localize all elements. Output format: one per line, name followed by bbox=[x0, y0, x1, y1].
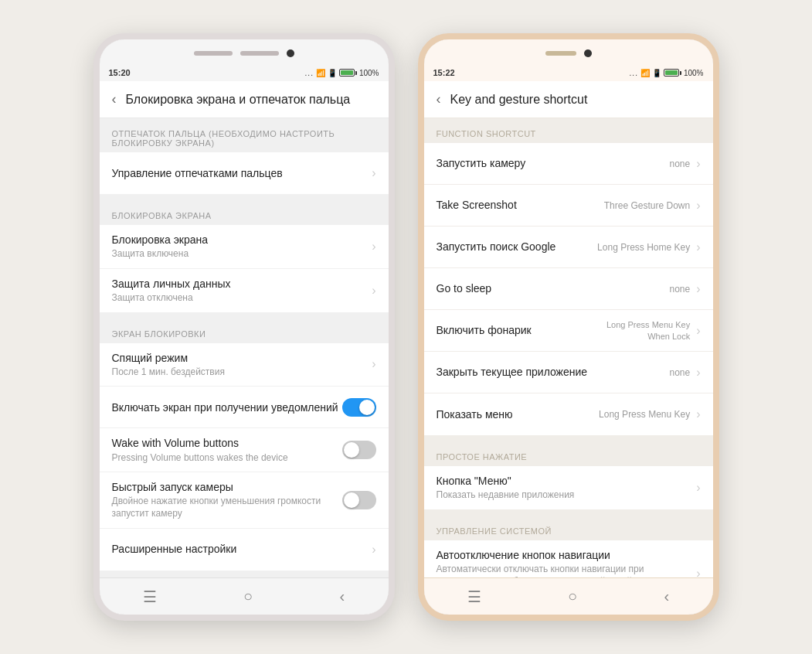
menu-item-quick-camera[interactable]: Быстрый запуск камеры Двойное нажатие кн… bbox=[100, 472, 389, 528]
chevron-icon: › bbox=[696, 199, 700, 213]
chevron-icon: › bbox=[696, 157, 700, 171]
menu-item-show-menu[interactable]: Показать меню Long Press Menu Key › bbox=[424, 393, 713, 435]
back-button-right[interactable]: ‹ bbox=[433, 88, 444, 111]
camera-dot bbox=[287, 49, 294, 57]
bottom-nav-back-left[interactable]: ‹ bbox=[324, 581, 361, 611]
menu-item-value: Long Press Home Key bbox=[597, 242, 690, 253]
battery-text-right: 100% bbox=[684, 69, 704, 77]
signal-icon-right: 📱 bbox=[652, 69, 661, 77]
menu-item-title: Расширенные настройки bbox=[112, 542, 369, 556]
menu-item-title: Включать экран при получении уведомлений bbox=[112, 400, 342, 414]
bottom-nav-home-left[interactable]: ○ bbox=[228, 581, 268, 611]
chevron-icon: › bbox=[696, 240, 700, 254]
bottom-nav-home-right[interactable]: ○ bbox=[552, 581, 593, 611]
nav-header-right: ‹ Key and gesture shortcut bbox=[424, 81, 713, 118]
phone-right: 15:22 ... 📶 📱 100% ‹ Key and gesture sho… bbox=[418, 33, 719, 621]
menu-item-advanced[interactable]: Расширенные настройки › bbox=[100, 529, 389, 571]
phone-right-top-bar bbox=[424, 39, 713, 64]
section-fingerprint: ОТПЕЧАТОК ПАЛЬЦА (НЕОБХОДИМО НАСТРОИТЬ Б… bbox=[100, 118, 389, 152]
menu-group-lock-screen: Спящий режим После 1 мин. бездействия › … bbox=[100, 343, 389, 571]
screen-right: ‹ Key and gesture shortcut FUNCTION SHOR… bbox=[424, 81, 713, 577]
menu-item-sleep[interactable]: Go to sleep none › bbox=[424, 268, 713, 310]
speaker-left bbox=[194, 51, 233, 56]
menu-item-value: none bbox=[669, 284, 690, 295]
status-icons-right: ... 📶 📱 100% bbox=[630, 69, 704, 77]
menu-group-system-control: Автоотключение кнопок навигации Автомати… bbox=[424, 540, 713, 577]
menu-item-volume-wake[interactable]: Wake with Volume buttons Pressing Volume… bbox=[100, 428, 389, 472]
menu-item-value: Long Press Menu Key bbox=[599, 409, 690, 420]
chevron-icon: › bbox=[696, 366, 700, 380]
menu-item-flashlight[interactable]: Включить фонарик Long Press Menu KeyWhen… bbox=[424, 310, 713, 352]
bottom-nav-menu-left[interactable]: ☰ bbox=[127, 581, 172, 612]
menu-item-subtitle: Двойное нажатие кнопки уменьшения громко… bbox=[112, 496, 342, 519]
status-bar-right: 15:22 ... 📶 📱 100% bbox=[424, 64, 713, 81]
menu-item-screenshot[interactable]: Take Screenshot Three Gesture Down › bbox=[424, 185, 713, 227]
menu-item-google-search[interactable]: Запустить поиск Google Long Press Home K… bbox=[424, 227, 713, 268]
chevron-icon: › bbox=[372, 284, 375, 298]
menu-item-title: Спящий режим bbox=[112, 351, 369, 365]
section-function-shortcut: FUNCTION SHORTCUT bbox=[424, 118, 713, 143]
chevron-icon: › bbox=[696, 407, 700, 421]
chevron-icon: › bbox=[696, 324, 700, 338]
menu-group-function: Запустить камеру none › Take Screenshot … bbox=[424, 143, 713, 435]
menu-item-launch-camera[interactable]: Запустить камеру none › bbox=[424, 143, 713, 185]
phone-left-top-bar bbox=[100, 39, 389, 64]
menu-item-subtitle: Автоматически отключать кнопки навигации… bbox=[437, 564, 694, 577]
toggle-screen-notify[interactable] bbox=[342, 398, 376, 417]
menu-item-title: Блокировка экрана bbox=[112, 233, 369, 247]
menu-item-title: Take Screenshot bbox=[437, 198, 604, 212]
menu-item-title: Показать меню bbox=[437, 407, 600, 421]
chevron-icon: › bbox=[372, 357, 375, 371]
menu-item-value: Long Press Menu KeyWhen Lock bbox=[606, 319, 690, 342]
menu-item-screen-on-notify[interactable]: Включать экран при получении уведомлений bbox=[100, 387, 389, 428]
status-bar-left: 15:20 ... 📶 📱 100% bbox=[100, 64, 389, 81]
status-icons-left: ... 📶 📱 100% bbox=[305, 69, 379, 77]
phones-container: 15:20 ... 📶 📱 100% ‹ Блокировка экрана и… bbox=[93, 33, 719, 621]
menu-item-title: Автоотключение кнопок навигации bbox=[437, 548, 694, 562]
speaker-left-right bbox=[545, 51, 576, 56]
status-time-right: 15:22 bbox=[433, 68, 455, 77]
menu-item-title: Включить фонарик bbox=[437, 323, 606, 337]
menu-item-privacy[interactable]: Защита личных данных Защита отключена › bbox=[100, 269, 389, 312]
menu-item-close-app[interactable]: Закрыть текущее приложение none › bbox=[424, 352, 713, 393]
toggle-volume-wake[interactable] bbox=[342, 441, 376, 459]
status-time-left: 15:20 bbox=[109, 68, 131, 77]
wifi-icon-left: 📶 bbox=[316, 69, 325, 77]
toggle-quick-camera[interactable] bbox=[342, 491, 376, 509]
back-button-left[interactable]: ‹ bbox=[109, 88, 120, 111]
menu-item-subtitle: После 1 мин. бездействия bbox=[112, 366, 369, 379]
menu-item-nav-auto[interactable]: Автоотключение кнопок навигации Автомати… bbox=[424, 540, 713, 577]
menu-item-fingerprint-manage[interactable]: Управление отпечатками пальцев › bbox=[100, 152, 389, 194]
nav-title-left: Блокировка экрана и отпечаток пальца bbox=[126, 93, 379, 107]
nav-header-left: ‹ Блокировка экрана и отпечаток пальца bbox=[100, 81, 389, 118]
menu-item-subtitle: Pressing Volume buttons wakes the device bbox=[112, 452, 342, 465]
content-right: FUNCTION SHORTCUT Запустить камеру none … bbox=[424, 118, 713, 577]
menu-item-title: Защита личных данных bbox=[112, 277, 369, 291]
battery-right bbox=[664, 69, 681, 77]
section-system-control: УПРАВЛЕНИЕ СИСТЕМОЙ bbox=[424, 516, 713, 540]
menu-item-title: Закрыть текущее приложение bbox=[437, 365, 670, 379]
chevron-icon: › bbox=[696, 282, 700, 296]
battery-text-left: 100% bbox=[359, 69, 379, 77]
menu-item-sleep[interactable]: Спящий режим После 1 мин. бездействия › bbox=[100, 343, 389, 387]
speaker-right bbox=[240, 51, 279, 56]
signal-icon-left: 📱 bbox=[328, 69, 337, 77]
screen-left: ‹ Блокировка экрана и отпечаток пальца О… bbox=[100, 81, 389, 577]
chevron-icon: › bbox=[696, 481, 700, 495]
menu-item-menu-button[interactable]: Кнопка "Меню" Показать недавние приложен… bbox=[424, 466, 713, 509]
menu-item-title: Быстрый запуск камеры bbox=[112, 480, 342, 494]
bottom-nav-menu-right[interactable]: ☰ bbox=[452, 581, 497, 612]
menu-item-subtitle: Показать недавние приложения bbox=[437, 489, 694, 502]
menu-item-lock[interactable]: Блокировка экрана Защита включена › bbox=[100, 225, 389, 269]
menu-group-fingerprint: Управление отпечатками пальцев › bbox=[100, 152, 389, 194]
section-lock-screen: ЭКРАН БЛОКИРОВКИ bbox=[100, 318, 389, 343]
menu-item-title: Запустить поиск Google bbox=[437, 240, 598, 254]
bottom-nav-back-right[interactable]: ‹ bbox=[649, 581, 685, 611]
camera-dot-right bbox=[584, 49, 592, 57]
menu-item-subtitle: Защита включена bbox=[112, 248, 369, 261]
section-screen-lock: БЛОКИРОВКА ЭКРАНА bbox=[100, 200, 389, 225]
bottom-nav-left: ☰ ○ ‹ bbox=[100, 577, 389, 615]
menu-group-screen-lock: Блокировка экрана Защита включена › Защи… bbox=[100, 225, 389, 312]
content-left: ОТПЕЧАТОК ПАЛЬЦА (НЕОБХОДИМО НАСТРОИТЬ Б… bbox=[100, 118, 389, 577]
chevron-icon: › bbox=[696, 567, 700, 577]
